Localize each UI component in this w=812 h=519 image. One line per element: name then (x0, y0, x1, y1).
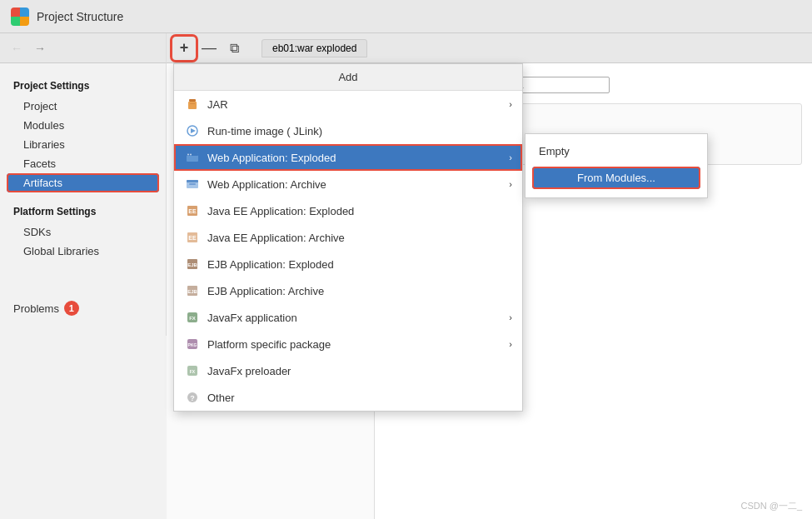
forward-button[interactable]: → (30, 38, 50, 58)
window-title: Project Structure (37, 10, 123, 23)
dropdown-item-jar[interactable]: JAR › (174, 91, 522, 117)
dropdown-item-ejb-exploded[interactable]: EJB EJB Application: Exploded (174, 251, 522, 277)
javaee-exploded-icon: EE (184, 202, 201, 219)
sidebar-item-facets[interactable]: Facets (0, 154, 166, 173)
submenu-from-modules[interactable]: From Modules... (532, 167, 700, 189)
content-area: + — ⧉ eb01:war exploded Output directory… (167, 33, 812, 519)
dropdown-item-runtime[interactable]: Run-time image ( JLink) (174, 117, 522, 144)
javaee-archive-icon: EE (184, 229, 201, 246)
jar-chevron: › (509, 99, 512, 109)
sidebar-item-sdks[interactable]: SDKs (0, 222, 166, 242)
svg-rect-0 (189, 99, 196, 102)
svg-rect-1 (188, 102, 197, 109)
dropdown-item-javaee-exploded[interactable]: EE Java EE Application: Exploded (174, 197, 522, 224)
main-area: ← → Project Settings Project Modules Lib… (0, 33, 812, 519)
platform-settings-title: Platform Settings (0, 202, 166, 222)
project-structure-window: Project Structure ← → Project Settings P… (0, 0, 812, 519)
svg-text:?: ? (190, 394, 195, 402)
svg-point-7 (187, 154, 189, 156)
svg-marker-4 (191, 128, 196, 133)
web-exploded-chevron: › (509, 152, 512, 162)
nav-bar: ← → (0, 33, 167, 63)
runtime-icon (184, 122, 201, 139)
artifact-tab[interactable]: eb01:war exploded (262, 39, 367, 57)
dropdown-item-javafx[interactable]: FX JavaFx application › (174, 304, 522, 331)
other-icon: ? (184, 389, 201, 406)
watermark: CSDN @一二_ (740, 500, 802, 512)
dropdown-item-platform[interactable]: PKG Platform specific package › (174, 331, 522, 357)
add-dropdown-menu: Add JAR › (173, 63, 523, 412)
svg-point-8 (190, 154, 192, 156)
svg-text:EJB: EJB (187, 289, 197, 294)
svg-text:EE: EE (188, 235, 197, 241)
svg-rect-10 (187, 180, 198, 182)
project-settings-title: Project Settings (0, 77, 166, 97)
app-icon (10, 7, 30, 27)
dropdown-item-web-archive[interactable]: Web Application: Archive › (174, 171, 522, 197)
ejb-archive-icon: EJB (184, 282, 201, 299)
left-column: ← → Project Settings Project Modules Lib… (0, 33, 167, 519)
svg-rect-2 (190, 103, 195, 104)
web-archive-chevron: › (509, 179, 512, 189)
sidebar-item-project[interactable]: Project (0, 97, 166, 116)
sidebar-item-problems[interactable]: Problems 1 (0, 294, 167, 322)
remove-button[interactable]: — (198, 37, 220, 59)
svg-text:EE: EE (188, 208, 197, 214)
sidebar: Project Settings Project Modules Librari… (0, 63, 167, 336)
web-exploded-submenu: Empty From Modules... (525, 133, 708, 198)
add-button[interactable]: + (173, 37, 195, 59)
svg-text:FX: FX (190, 369, 196, 374)
problems-label: Problems (13, 302, 59, 315)
dropdown-item-other[interactable]: ? Other (174, 384, 522, 411)
problems-badge: 1 (64, 301, 79, 316)
javafx-icon: FX (184, 309, 201, 326)
svg-rect-11 (189, 183, 196, 185)
copy-button[interactable]: ⧉ (223, 37, 245, 59)
sidebar-item-global-libraries[interactable]: Global Libraries (0, 242, 166, 261)
svg-text:FX: FX (189, 316, 196, 321)
dropdown-header: Add (174, 64, 522, 91)
platform-chevron: › (509, 339, 512, 349)
web-archive-icon (184, 176, 201, 192)
title-bar: Project Structure (0, 0, 812, 33)
dropdown-item-ejb-archive[interactable]: EJB EJB Application: Archive (174, 277, 522, 304)
back-button[interactable]: ← (7, 38, 27, 58)
sidebar-item-artifacts[interactable]: Artifacts (7, 173, 159, 192)
jar-icon (184, 96, 201, 112)
dropdown-item-web-exploded[interactable]: Web Application: Exploded › (174, 144, 522, 171)
submenu-empty[interactable]: Empty (526, 139, 707, 163)
javafx-chevron: › (509, 312, 512, 322)
svg-text:PKG: PKG (188, 342, 197, 347)
svg-text:EJB: EJB (187, 262, 197, 267)
platform-settings-section: Platform Settings SDKs Global Libraries (0, 202, 166, 261)
content-toolbar: + — ⧉ eb01:war exploded (167, 33, 812, 63)
platform-icon: PKG (184, 336, 201, 352)
dropdown-item-javaee-archive[interactable]: EE Java EE Application: Archive (174, 224, 522, 251)
javafx-preloader-icon: FX (184, 362, 201, 379)
dropdown-item-javafx-preloader[interactable]: FX JavaFx preloader (174, 357, 522, 384)
sidebar-item-libraries[interactable]: Libraries (0, 135, 166, 154)
sidebar-item-modules[interactable]: Modules (0, 116, 166, 135)
ejb-exploded-icon: EJB (184, 256, 201, 272)
web-exploded-icon (184, 149, 201, 166)
